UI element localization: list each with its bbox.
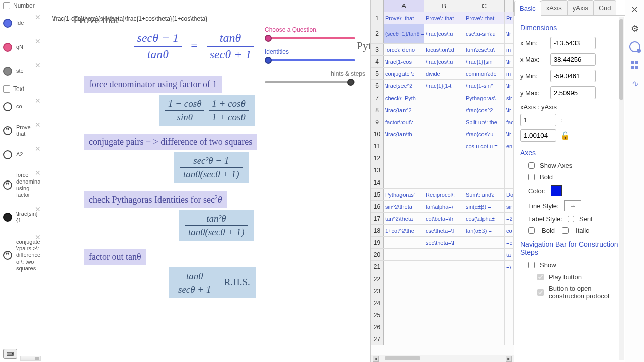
cell[interactable] [424, 104, 464, 116]
algebra-item[interactable]: \frac{sin}{1- ✕ [0, 203, 43, 231]
cell[interactable] [464, 333, 505, 345]
row-number[interactable]: 7 [371, 92, 384, 104]
cell[interactable] [505, 285, 514, 297]
cell[interactable] [424, 140, 464, 152]
cell[interactable] [424, 164, 464, 176]
row-number[interactable]: 5 [371, 68, 384, 79]
cell[interactable] [424, 273, 464, 285]
cell[interactable]: 1+cot^2\the [384, 225, 424, 236]
delete-icon[interactable]: ✕ [35, 61, 41, 69]
table-row[interactable]: 12 [371, 152, 514, 164]
cell[interactable]: sec\theta=\f [424, 237, 464, 248]
cell[interactable]: \fr [505, 56, 514, 67]
spreadsheet-body[interactable]: 1Prove\: thatProve\: thatProve\: thatPr2… [371, 12, 514, 355]
slider-identities[interactable]: Identities [265, 48, 365, 61]
cell[interactable]: \frac{1}{1-t [424, 80, 464, 92]
cell[interactable]: check\: Pyth [384, 92, 424, 104]
row-number[interactable]: 18 [371, 225, 384, 236]
cell[interactable]: =c [505, 237, 514, 248]
cell[interactable]: \frac{cos\:u [424, 24, 464, 43]
col-B[interactable]: B [424, 0, 464, 12]
cell[interactable] [464, 261, 505, 273]
table-row[interactable]: 24 [371, 297, 514, 309]
table-row[interactable]: 22 [371, 273, 514, 285]
grid-icon[interactable] [628, 58, 641, 71]
cell[interactable]: sin^2\theta [384, 201, 424, 212]
algebra-item[interactable]: ❞ conjugate \:pairs >\: difference of\: … [0, 231, 43, 280]
cell[interactable] [384, 333, 424, 345]
cell[interactable] [384, 321, 424, 333]
table-row[interactable]: 16sin^2\thetatan\alpha=\sin(α±β) =sir [371, 201, 514, 213]
cell[interactable]: Prove\: that [384, 12, 424, 24]
delete-icon[interactable]: ✕ [35, 97, 41, 105]
cell[interactable]: \frac{tan^2 [384, 104, 424, 116]
cell[interactable] [424, 116, 464, 128]
row-number[interactable]: 9 [371, 116, 384, 128]
cell[interactable] [505, 321, 514, 333]
cell[interactable] [464, 321, 505, 333]
cell[interactable] [505, 309, 514, 321]
cell[interactable]: tan(α±β) = [464, 225, 505, 236]
row-number[interactable]: 21 [371, 261, 384, 273]
table-row[interactable]: 8\frac{tan^2\frac{cos^2\fr [371, 104, 514, 116]
cell[interactable] [505, 273, 514, 285]
cell[interactable]: \frac{cos^2 [464, 104, 505, 116]
table-row[interactable]: 14 [371, 176, 514, 189]
bold-checkbox[interactable] [528, 174, 535, 180]
cell[interactable]: Prove\: that [464, 12, 505, 24]
row-number[interactable]: 12 [371, 152, 384, 164]
cell[interactable] [384, 176, 424, 188]
cell[interactable] [384, 140, 424, 152]
cell[interactable]: \frac{1-cos [384, 56, 424, 67]
cell[interactable]: co [505, 225, 514, 236]
row-number[interactable]: 25 [371, 309, 384, 321]
cell[interactable] [505, 297, 514, 309]
ymax-input[interactable] [550, 86, 596, 99]
slider-thumb[interactable] [265, 35, 272, 42]
cell[interactable] [384, 273, 424, 285]
delete-icon[interactable]: ✕ [35, 145, 41, 153]
delete-icon[interactable]: ✕ [35, 13, 41, 21]
scroll-thumb[interactable] [619, 19, 623, 100]
algebra-item[interactable]: qN ✕ [0, 35, 43, 59]
cell[interactable]: =2 [505, 213, 514, 224]
cell[interactable]: m [505, 68, 514, 79]
cell[interactable] [424, 321, 464, 333]
show-nav-checkbox[interactable] [528, 262, 535, 268]
cell[interactable]: csc\:u-sin\:u [464, 24, 505, 43]
ymin-input[interactable] [550, 70, 596, 82]
row-number[interactable]: 23 [371, 285, 384, 297]
tab-yaxis[interactable]: yAxis [567, 0, 594, 15]
collapse-icon[interactable]: − [3, 2, 10, 9]
tab-basic[interactable]: Basic [514, 1, 541, 16]
scroll-right-icon[interactable]: ► [506, 356, 512, 362]
cell[interactable]: conjugate \: [384, 68, 424, 79]
table-row[interactable]: 17tan^2\thetacot\beta=\frcos(\alpha±=2 [371, 213, 514, 225]
cell[interactable] [464, 152, 505, 164]
table-row[interactable]: 4\frac{1-cos\frac{cos\:u\frac{1}{sin\fr [371, 56, 514, 68]
col-D[interactable] [505, 0, 514, 12]
slider-track[interactable] [265, 59, 355, 61]
table-row[interactable]: 6\frac{sec^2\frac{1}{1-t\frac{1-sin^\fr [371, 80, 514, 92]
serif-checkbox[interactable] [568, 216, 574, 222]
col-A[interactable]: A [384, 0, 424, 12]
delete-icon[interactable]: ✕ [35, 169, 41, 177]
row-number[interactable]: 14 [371, 176, 384, 188]
cell[interactable] [505, 176, 514, 188]
cell[interactable]: focus\:on\:d [424, 44, 464, 55]
cell[interactable] [424, 249, 464, 260]
graphics-panel[interactable]: \frac{1-cos\theta}{sin\theta}\frac{1+cos… [43, 0, 370, 362]
spreadsheet-hscroll[interactable]: ◄ ► [371, 355, 514, 362]
row-number[interactable]: 4 [371, 56, 384, 67]
slider-track[interactable] [265, 37, 355, 39]
cell[interactable]: Do [505, 189, 514, 200]
table-row[interactable]: 25 [371, 309, 514, 321]
row-number[interactable]: 11 [371, 140, 384, 152]
conic-icon[interactable] [629, 41, 640, 52]
cell[interactable]: \fr [505, 104, 514, 116]
table-row[interactable]: 7check\: PythPythagoras\sir [371, 92, 514, 104]
table-row[interactable]: 9factor\:out\:Split-up\: thefac [371, 116, 514, 128]
cell[interactable]: Prove\: that [424, 12, 464, 24]
algebra-item[interactable]: ste ✕ [0, 59, 43, 83]
cell[interactable]: en [505, 140, 514, 152]
